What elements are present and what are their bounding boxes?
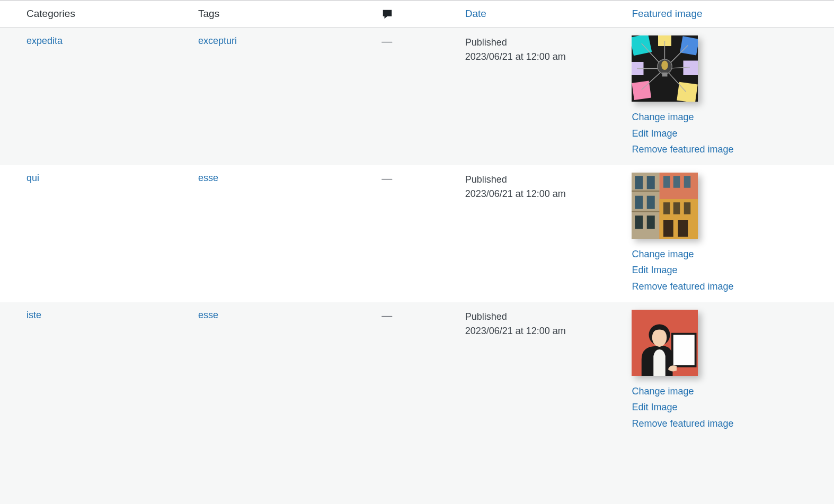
date-status: Published xyxy=(465,35,619,50)
svg-rect-31 xyxy=(663,202,670,214)
comment-icon xyxy=(381,8,393,20)
tag-link[interactable]: esse xyxy=(198,173,218,183)
svg-rect-29 xyxy=(673,176,680,188)
table-row: qui esse — Published 2023/06/21 at 12:00… xyxy=(0,165,834,302)
featured-image-thumbnail[interactable] xyxy=(632,173,698,239)
svg-rect-35 xyxy=(678,220,688,237)
comments-count: — xyxy=(381,35,392,47)
svg-rect-42 xyxy=(673,335,695,365)
featured-image-thumbnail[interactable] xyxy=(632,35,698,102)
category-link[interactable]: expedita xyxy=(26,35,63,46)
date-time: 2023/06/21 at 12:00 am xyxy=(465,324,619,338)
category-link[interactable]: qui xyxy=(26,173,39,183)
svg-rect-37 xyxy=(632,211,660,212)
edit-image-link[interactable]: Edit Image xyxy=(632,262,828,278)
featured-image-thumbnail[interactable] xyxy=(632,310,698,376)
svg-rect-24 xyxy=(635,196,643,209)
column-header-featured-image[interactable]: Featured image xyxy=(625,1,834,28)
svg-rect-17 xyxy=(662,73,668,77)
svg-rect-4 xyxy=(684,60,698,75)
change-image-link[interactable]: Change image xyxy=(632,383,828,400)
svg-rect-33 xyxy=(684,202,691,214)
column-header-tags[interactable]: Tags xyxy=(192,1,375,28)
column-header-categories[interactable]: Categories xyxy=(0,1,192,28)
tag-link[interactable]: esse xyxy=(198,310,218,320)
table-row: iste esse — Published 2023/06/21 at 12:0… xyxy=(0,302,834,439)
edit-image-link[interactable]: Edit Image xyxy=(632,399,828,416)
svg-rect-22 xyxy=(635,176,643,189)
svg-rect-28 xyxy=(663,176,670,188)
svg-point-16 xyxy=(662,60,669,70)
svg-rect-30 xyxy=(684,176,691,188)
comments-count: — xyxy=(381,173,392,184)
date-status: Published xyxy=(465,310,619,324)
change-image-link[interactable]: Change image xyxy=(632,246,828,263)
column-header-date[interactable]: Date xyxy=(459,1,626,28)
change-image-link[interactable]: Change image xyxy=(632,109,828,125)
svg-rect-32 xyxy=(673,202,680,214)
tag-link[interactable]: excepturi xyxy=(198,35,237,46)
svg-rect-23 xyxy=(647,176,655,189)
remove-featured-image-link[interactable]: Remove featured image xyxy=(632,416,828,432)
column-header-comments[interactable] xyxy=(375,1,458,28)
svg-rect-25 xyxy=(647,196,655,209)
category-link[interactable]: iste xyxy=(26,310,41,320)
svg-rect-36 xyxy=(632,191,660,192)
remove-featured-image-link[interactable]: Remove featured image xyxy=(632,141,828,158)
edit-image-link[interactable]: Edit Image xyxy=(632,125,828,142)
date-time: 2023/06/21 at 12:00 am xyxy=(465,50,619,64)
svg-rect-27 xyxy=(647,215,655,229)
date-time: 2023/06/21 at 12:00 am xyxy=(465,187,619,201)
svg-rect-3 xyxy=(680,36,698,55)
remove-featured-image-link[interactable]: Remove featured image xyxy=(632,278,828,295)
svg-rect-26 xyxy=(635,215,643,229)
posts-table: Categories Tags Date Featured image expe… xyxy=(0,0,834,439)
svg-rect-34 xyxy=(663,220,673,237)
date-status: Published xyxy=(465,173,619,187)
comments-count: — xyxy=(381,310,392,321)
table-row: expedita excepturi — Published 2023/06/2… xyxy=(0,28,834,165)
